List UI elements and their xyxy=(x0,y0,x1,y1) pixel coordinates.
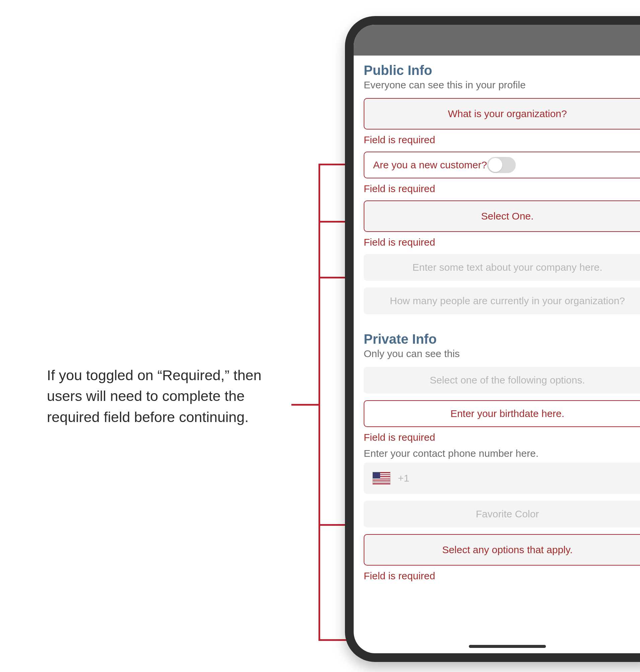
organization-input[interactable]: What is your organization? xyxy=(364,98,640,130)
phone-frame: Public Info Everyone can see this in you… xyxy=(345,16,640,662)
callout-text: If you toggled on “Required,” then users… xyxy=(47,365,281,427)
birthdate-input[interactable]: Enter your birthdate here. xyxy=(364,400,640,427)
select-one-placeholder: Select One. xyxy=(481,210,534,222)
about-company-input[interactable]: Enter some text about your company here. xyxy=(364,254,640,281)
toggle-knob xyxy=(488,158,503,172)
private-section-title: Private Info xyxy=(364,332,640,347)
form-body: Public Info Everyone can see this in you… xyxy=(354,56,640,653)
multi-select-dropdown[interactable]: Select any options that apply. xyxy=(364,534,640,566)
private-section-subtitle: Only you can see this xyxy=(364,348,640,359)
headcount-placeholder: How many people are currently in your or… xyxy=(390,295,625,307)
new-customer-toggle[interactable] xyxy=(487,157,516,173)
multi-select-error: Field is required xyxy=(364,570,640,582)
favorite-color-placeholder: Favorite Color xyxy=(476,508,539,520)
public-section-title: Public Info xyxy=(364,63,640,78)
option-select-placeholder: Select one of the following options. xyxy=(430,374,585,386)
select-one-dropdown[interactable]: Select One. xyxy=(364,200,640,232)
select-one-error: Field is required xyxy=(364,237,640,248)
favorite-color-input[interactable]: Favorite Color xyxy=(364,501,640,527)
new-customer-label: Are you a new customer? xyxy=(373,159,487,171)
phone-number-input[interactable]: +1 xyxy=(364,463,640,494)
phone-hint: Enter your contact phone number here. xyxy=(364,448,640,459)
birthdate-placeholder: Enter your birthdate here. xyxy=(450,408,564,419)
organization-error: Field is required xyxy=(364,134,640,146)
public-section-subtitle: Everyone can see this in your profile xyxy=(364,79,640,91)
new-customer-error: Field is required xyxy=(364,183,640,194)
organization-placeholder: What is your organization? xyxy=(448,108,567,119)
us-flag-icon xyxy=(373,472,391,484)
headcount-input[interactable]: How many people are currently in your or… xyxy=(364,287,640,314)
status-bar xyxy=(354,25,640,56)
country-code: +1 xyxy=(398,473,409,484)
multi-select-placeholder: Select any options that apply. xyxy=(442,544,573,555)
callout-bracket-spine xyxy=(319,164,320,641)
home-indicator xyxy=(469,645,546,648)
new-customer-toggle-row[interactable]: Are you a new customer? xyxy=(364,152,640,178)
callout-leader-line xyxy=(291,404,320,406)
birthdate-error: Field is required xyxy=(364,432,640,443)
about-company-placeholder: Enter some text about your company here. xyxy=(412,262,602,273)
option-select-dropdown[interactable]: Select one of the following options. xyxy=(364,367,640,393)
phone-screen: Public Info Everyone can see this in you… xyxy=(354,25,640,653)
